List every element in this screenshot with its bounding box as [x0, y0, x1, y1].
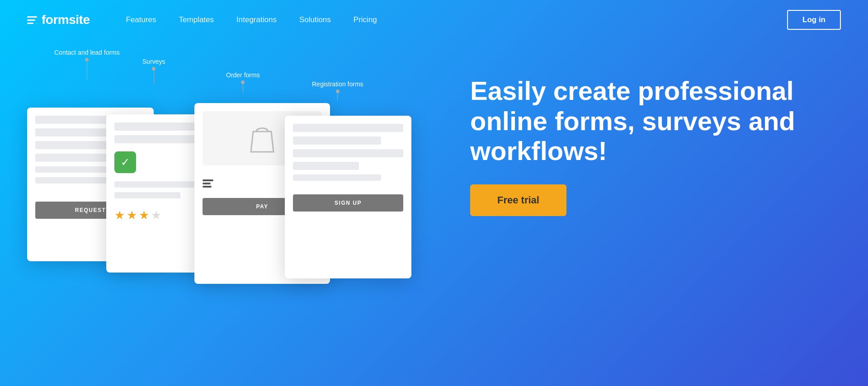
- field-bar: [293, 174, 381, 181]
- shopping-bag-icon: [246, 120, 278, 156]
- main-content: Contact and lead forms Surveys Order for…: [0, 40, 868, 302]
- field-bar: [293, 137, 381, 145]
- nav-pricing[interactable]: Pricing: [354, 15, 377, 24]
- field-bar: [114, 135, 203, 143]
- nav-solutions[interactable]: Solutions: [299, 15, 331, 24]
- nav-links: Features Templates Integrations Solution…: [126, 15, 377, 24]
- annotation-dot: [336, 89, 340, 93]
- annotation-line: [243, 84, 243, 93]
- login-button[interactable]: Log in: [787, 10, 841, 30]
- registration-form-card: SIGN UP: [285, 116, 411, 278]
- menu-icon: [203, 179, 213, 188]
- hero-heading: Easily create professional online forms,…: [470, 76, 841, 166]
- logo[interactable]: formsite: [27, 13, 90, 27]
- logo-text: formsite: [42, 13, 90, 27]
- nav-templates[interactable]: Templates: [179, 15, 214, 24]
- annotation-registration: Registration forms: [312, 80, 363, 100]
- annotation-line: [87, 61, 87, 80]
- field-bar: [293, 149, 403, 157]
- star-icon: ★: [151, 208, 161, 222]
- nav-features[interactable]: Features: [126, 15, 156, 24]
- annotation-dot: [85, 58, 89, 61]
- annotation-dot: [152, 67, 156, 71]
- navbar: formsite Features Templates Integrations…: [0, 0, 868, 40]
- field-bar: [293, 162, 359, 170]
- annotation-line: [337, 93, 338, 100]
- field-bar: [293, 124, 403, 132]
- signup-button[interactable]: SIGN UP: [293, 194, 403, 212]
- forms-illustration: Contact and lead forms Surveys Order for…: [27, 49, 434, 302]
- field-bar: [114, 192, 180, 198]
- hero-section: Easily create professional online forms,…: [434, 49, 841, 216]
- annotation-surveys: Surveys: [142, 58, 165, 84]
- star-icon: ★: [139, 208, 149, 222]
- star-icon: ★: [114, 208, 125, 222]
- annotation-line: [154, 71, 154, 84]
- annotation-contact: Contact and lead forms: [54, 49, 120, 80]
- annotation-order: Order forms: [226, 71, 260, 93]
- star-icon: ★: [127, 208, 137, 222]
- logo-icon: [27, 16, 37, 24]
- checkbox-checked-icon: ✓: [114, 151, 136, 173]
- free-trial-button[interactable]: Free trial: [470, 184, 566, 216]
- nav-integrations[interactable]: Integrations: [236, 15, 277, 24]
- annotation-dot: [241, 80, 245, 84]
